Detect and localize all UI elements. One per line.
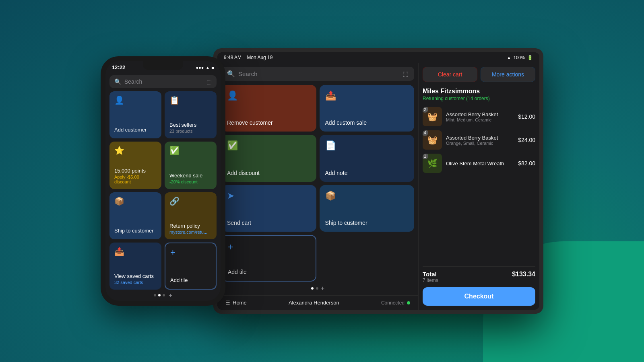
tablet-screen: 9:48 AM Mon Aug 19 ▲ 100% 🔋 (217, 52, 539, 310)
connected-dot (407, 301, 410, 304)
checkout-button[interactable]: Checkout (423, 287, 535, 306)
customer-status: Returning customer (14 orders) (423, 96, 535, 101)
remove-customer-icon: 👤 (227, 90, 311, 101)
tablet-tile-discount-label: Add discount (227, 170, 311, 176)
customer-info: Miles Fitzsimmons Returning customer (14… (423, 88, 535, 101)
tablet-home-nav[interactable]: ☰ Home (225, 300, 247, 306)
wifi-icon: ▲ (205, 65, 210, 70)
cart-total-label: Total (423, 271, 438, 278)
cart-item-1-image: 2 🧺 (423, 107, 442, 126)
cart-total-amount: $133.34 (512, 271, 535, 278)
phone-tile-add-customer-label: Add customer (114, 127, 157, 134)
tablet-tile-add-note[interactable]: 📄 Add note (320, 135, 415, 181)
tablet-tile-note-label: Add note (325, 170, 409, 176)
cart-item-3-price: $82.00 (518, 160, 535, 167)
phone-tile-return-policy[interactable]: 🔗 Return policy mystore.com/retu... (165, 192, 217, 239)
signal-icon: ●●● (196, 65, 204, 70)
tablet-user-label: Alexandra Henderson (289, 300, 339, 306)
points-icon: ⭐ (114, 146, 157, 154)
phone-tile-weekend-sale-sublabel: -20% discount (169, 179, 212, 184)
cart-item-3: 1 🌿 Olive Stem Metal Wreath $82.00 (423, 154, 535, 173)
cart-item-2-name: Assorted Berry Basket (446, 135, 514, 141)
scene: 12:22 ●●● ▲ ■ 🔍 Search ⬚ 👤 Add customer (101, 48, 543, 314)
tablet-left-panel: 🔍 Search ⬚ 👤 Remove customer 📤 (217, 63, 419, 310)
phone-search-bar[interactable]: 🔍 Search ⬚ (109, 75, 217, 88)
tablet-tile-ship-label: Ship to customer (325, 220, 409, 226)
tablet-time-date: 9:48 AM Mon Aug 19 (224, 55, 272, 60)
add-note-icon: 📄 (325, 140, 409, 151)
more-actions-button[interactable]: More actions (481, 67, 535, 82)
phone-tile-best-sellers[interactable]: 📋 Best sellers 23 products (165, 91, 217, 138)
tablet-search-left: 🔍 Search (227, 70, 258, 78)
tablet-tile-send-cart[interactable]: ➤ Send cart (221, 185, 316, 232)
tablet-tile-ship-to-customer[interactable]: 📦 Ship to customer (320, 185, 415, 232)
cart-item-3-name: Olive Stem Metal Wreath (446, 160, 514, 167)
phone-tile-best-sellers-sublabel: 23 products (169, 129, 212, 134)
phone-tile-saved-sublabel: 32 saved carts (114, 280, 157, 285)
tablet-dot-1[interactable] (316, 287, 318, 290)
tablet-status-bar: 9:48 AM Mon Aug 19 ▲ 100% 🔋 (217, 52, 539, 63)
phone-tile-add-customer[interactable]: 👤 Add customer (109, 91, 161, 138)
tablet-dot-0[interactable] (311, 287, 314, 290)
tablet-tile-remove-label: Remove customer (227, 119, 311, 126)
tablet-tile-grid: 👤 Remove customer 📤 Add custom sale ✅ Ad… (217, 85, 418, 282)
send-cart-icon: ➤ (227, 191, 311, 201)
cart-item-1-info: Assorted Berry Basket Mint, Medium, Cera… (446, 111, 514, 122)
best-sellers-icon: 📋 (169, 96, 212, 104)
tablet-status-label: Connected (381, 300, 405, 306)
phone-tile-weekend-sale[interactable]: ✅ Weekend sale -20% discount (165, 142, 217, 189)
phone-dot-0[interactable] (154, 294, 156, 296)
cart-item-3-image: 1 🌿 (423, 154, 442, 173)
phone-tile-points-label: 15,000 points (114, 168, 157, 175)
cart-item-1-price: $12.00 (518, 113, 535, 120)
ship-icon: 📦 (114, 197, 157, 205)
tablet-date: Mon Aug 19 (247, 55, 272, 60)
phone-tile-ship-to-customer[interactable]: 📦 Ship to customer (109, 192, 161, 239)
cart-item-1: 2 🧺 Assorted Berry Basket Mint, Medium, … (423, 107, 535, 126)
tablet-tile-add-custom-sale[interactable]: 📤 Add custom sale (320, 85, 415, 132)
tablet-wifi-icon: ▲ (507, 55, 511, 60)
tablet-add-page-icon[interactable]: + (321, 285, 324, 292)
scan-icon: ⬚ (206, 78, 212, 85)
tablet-ship-icon: 📦 (325, 191, 409, 201)
tablet-tile-remove-customer[interactable]: 👤 Remove customer (221, 85, 316, 132)
phone-tile-saved-label: View saved carts (114, 273, 157, 280)
tablet-scan-icon[interactable]: ⬚ (402, 70, 409, 78)
cart-item-1-variant: Mint, Medium, Ceramic (446, 117, 514, 122)
tablet-search-placeholder: Search (238, 70, 258, 77)
tablet-tile-add-discount[interactable]: ✅ Add discount (221, 135, 316, 181)
tablet-tile-send-cart-label: Send cart (227, 220, 311, 226)
phone-dot-1[interactable] (158, 294, 161, 296)
tablet-status-right: ▲ 100% 🔋 (507, 55, 533, 60)
phone-tile-return-sublabel: mystore.com/retu... (169, 230, 212, 234)
return-icon: 🔗 (169, 197, 212, 205)
phone-tile-view-saved-carts[interactable]: 📤 View saved carts 32 saved carts (109, 243, 161, 290)
phone-notch (143, 61, 183, 70)
add-custom-sale-icon: 📤 (325, 90, 409, 101)
cart-item-2: 4 🧺 Assorted Berry Basket Orange, Small,… (423, 130, 535, 150)
tablet-battery-label: 100% (514, 55, 525, 60)
add-discount-icon: ✅ (227, 140, 311, 151)
phone-tile-return-label: Return policy (169, 223, 212, 230)
tablet-home-label: Home (233, 300, 247, 306)
tablet-connection-status: Connected (381, 300, 410, 306)
tablet-search-bar[interactable]: 🔍 Search ⬚ (221, 67, 414, 81)
tablet-tile-add[interactable]: + Add tile (221, 235, 316, 282)
phone-tile-best-sellers-label: Best sellers (169, 122, 212, 129)
clear-cart-button[interactable]: Clear cart (423, 67, 477, 82)
cart-total-items: 7 items (423, 278, 438, 283)
phone-page-dots: + (105, 290, 221, 301)
tablet-bottom-nav: ☰ Home Alexandra Henderson Connected (217, 295, 418, 310)
phone-dot-2[interactable] (163, 294, 165, 296)
cart-items-list: 2 🧺 Assorted Berry Basket Mint, Medium, … (423, 107, 535, 263)
phone-tile-points[interactable]: ⭐ 15,000 points Apply -$5.00 discount (109, 142, 161, 189)
cart-total-left: Total 7 items (423, 271, 438, 283)
phone-add-page-icon[interactable]: + (169, 292, 172, 298)
add-tile-icon: + (228, 241, 310, 253)
tablet-time: 9:48 AM (224, 55, 242, 60)
cart-item-1-badge: 2 (423, 107, 428, 113)
phone-tile-add[interactable]: + Add tile (165, 243, 217, 290)
tablet-right-panel: Clear cart More actions Miles Fitzsimmon… (419, 63, 539, 310)
cart-item-2-image: 4 🧺 (423, 130, 442, 150)
battery-icon: ■ (211, 65, 214, 70)
